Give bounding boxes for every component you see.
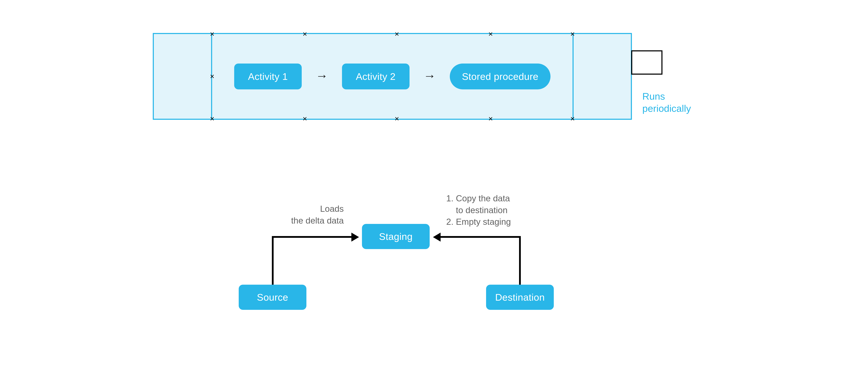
copy-empty-list: Copy the data to destination Empty stagi…	[446, 193, 511, 228]
destination-box: Destination	[486, 285, 554, 310]
staging-box: Staging	[362, 224, 430, 249]
stored-procedure-label: Stored procedure	[462, 71, 538, 82]
activity-1: Activity 1	[234, 64, 302, 89]
copy-empty-ordered-list: Copy the data to destination Empty stagi…	[446, 193, 511, 228]
pipeline-runs-label: Runs periodically	[642, 90, 691, 115]
copy-list-item-2-text: Empty staging	[456, 217, 511, 227]
source-label: Source	[257, 292, 288, 303]
loads-delta-label: Loads the delta data	[285, 203, 344, 226]
copy-list-item-2: Empty staging	[456, 216, 511, 228]
arrow-destination-to-staging-vertical	[519, 236, 521, 285]
diagram-canvas: × × × × × × × × × × × Activity 1 → Activ…	[0, 0, 868, 377]
activity-2: Activity 2	[342, 64, 409, 89]
pipeline-runs-label-line2: periodically	[642, 103, 691, 114]
pipeline-runs-label-line1: Runs	[642, 91, 665, 102]
copy-list-item-1: Copy the data to destination	[456, 193, 511, 216]
pipeline-activities-row: Activity 1 → Activity 2 → Stored procedu…	[211, 34, 574, 119]
arrow-source-to-staging-vertical	[272, 236, 274, 285]
source-box: Source	[239, 285, 306, 310]
arrow-source-to-staging-horizontal	[272, 236, 352, 238]
stored-procedure: Stored procedure	[450, 64, 551, 89]
arrow-destination-to-staging-horizontal	[440, 236, 520, 238]
copy-list-item-1-line2: to destination	[456, 205, 507, 215]
arrow-right-icon	[351, 232, 359, 242]
staging-label: Staging	[379, 231, 412, 242]
arrow-right-icon: →	[424, 69, 436, 82]
activity-1-label: Activity 1	[248, 71, 288, 82]
pipeline-output-tab	[631, 50, 662, 75]
arrow-right-icon: →	[316, 69, 328, 82]
loads-delta-label-line2: the delta data	[291, 216, 344, 225]
activity-2-label: Activity 2	[356, 71, 396, 82]
loads-delta-label-line1: Loads	[320, 204, 344, 214]
destination-label: Destination	[495, 292, 545, 303]
pipeline-container: × × × × × × × × × × × Activity 1 → Activ…	[153, 33, 632, 120]
arrow-left-icon	[433, 232, 441, 242]
copy-list-item-1-line1: Copy the data	[456, 193, 510, 203]
